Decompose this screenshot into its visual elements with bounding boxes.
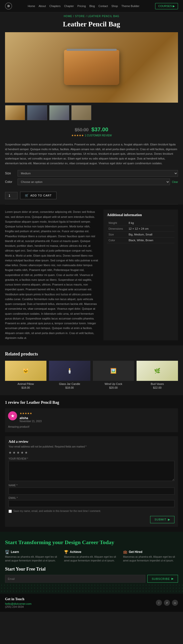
- size-select[interactable]: Medium Small Big: [18, 170, 178, 177]
- thumbnail-4[interactable]: [71, 105, 91, 120]
- nav-chapters[interactable]: Chapters: [49, 5, 61, 8]
- add-to-cart-button[interactable]: 🛒 ADD TO CART: [20, 192, 56, 199]
- name-group: NAME *: [9, 484, 174, 495]
- subscribe-arrow-icon: ▶: [171, 577, 174, 580]
- checkbox-label: Save my name, email, and website in this…: [13, 509, 101, 513]
- nav-shop[interactable]: Shop: [111, 5, 118, 8]
- thumbnail-1[interactable]: [5, 105, 25, 120]
- stars-display: ★★★★★: [71, 134, 84, 137]
- rating-star-2[interactable]: ★: [13, 451, 16, 455]
- reviewer-avatar: ★: [8, 411, 17, 420]
- related-img-3: 🖼️: [93, 361, 134, 381]
- nav-theme-builder[interactable]: Theme Builder: [121, 5, 140, 8]
- nav-blog[interactable]: Blog: [89, 5, 95, 8]
- related-item-1[interactable]: 🐱 Animal Pillow $18.00: [5, 361, 46, 389]
- rating-stars-input: ★ ★ ★ ★ ★: [9, 451, 174, 455]
- learn-icon: 🖥️: [5, 550, 9, 554]
- review-date: November 21, 2023: [20, 420, 42, 423]
- nav-about[interactable]: About: [39, 5, 46, 8]
- color-select[interactable]: Choose an option Black White Brown: [18, 179, 170, 185]
- rating-star-1[interactable]: ★: [9, 451, 12, 455]
- info-label-size: Size: [107, 232, 127, 237]
- footer-email: hello@divicorner.com: [5, 602, 31, 605]
- review-section: 1 review for Leather Pencil Bag ★ ★★★★★ …: [0, 395, 183, 532]
- related-name-4: Bud Vases: [137, 382, 178, 385]
- color-label: Color: [5, 180, 18, 184]
- rating-star-4[interactable]: ★: [21, 451, 24, 455]
- size-label: Size: [5, 172, 18, 175]
- email-group: EMAIL *: [9, 497, 174, 507]
- info-value-dimensions: 12 × 12 × 24 cm: [127, 226, 174, 232]
- cart-icon: 🛒: [25, 194, 29, 197]
- free-trial-title: Start Your Free Trial: [5, 567, 178, 572]
- thumbnail-2[interactable]: [27, 105, 47, 120]
- clear-link[interactable]: Clear: [172, 181, 178, 183]
- achieve-icon: 🏆: [64, 550, 68, 554]
- info-table: Weight 8 kg Dimensions 12 × 12 × 24 cm S…: [107, 220, 174, 243]
- save-info-checkbox[interactable]: [9, 510, 12, 513]
- add-review-form: Add a review Your email address will not…: [5, 436, 178, 527]
- twitter-icon[interactable]: ✗: [164, 600, 170, 606]
- related-item-2[interactable]: 🕯️ Glass Jar Candle $18.00: [49, 361, 90, 389]
- nav-home[interactable]: Home: [28, 5, 35, 8]
- related-img-2: 🕯️: [49, 361, 90, 381]
- long-description: Lorem ipsum dolor sit amet, consectetur …: [5, 210, 99, 340]
- review-section-title: 1 review for Leather Pencil Bag: [5, 400, 178, 405]
- email-subscribe-row: SUBSCRIBE ▶: [5, 575, 178, 583]
- page-title: Leather Pencil Bag: [0, 20, 183, 32]
- submit-button[interactable]: SUBMIT ▶: [150, 516, 174, 523]
- cta-dots-decoration: [0, 584, 183, 594]
- description: Suspendisse sagittis lorem accumsan plac…: [0, 140, 183, 168]
- info-row-color: Color Black, White, Brown: [107, 237, 174, 243]
- your-review-group: YOUR REVIEW *: [9, 457, 174, 482]
- related-item-4[interactable]: 🌿 Bud Vases $22.00: [137, 361, 178, 389]
- related-item-3[interactable]: 🖼️ Wind Up Cock $20.00: [93, 361, 134, 389]
- rating-star-5[interactable]: ★: [25, 451, 28, 455]
- related-price-2: $18.00: [49, 386, 90, 389]
- nav-contact[interactable]: Contact: [98, 5, 108, 8]
- footer-contact-title: Get in Touch: [5, 597, 31, 601]
- your-review-label: YOUR REVIEW *: [9, 457, 174, 460]
- thumbnail-3[interactable]: [49, 105, 69, 120]
- review-count: 1 CUSTOMER REVIEW: [85, 134, 112, 137]
- info-value-weight: 8 kg: [127, 220, 174, 226]
- cta-hired-title: 💼 Get Hired: [123, 550, 178, 554]
- rating-star-3[interactable]: ★: [17, 451, 20, 455]
- add-to-cart-row: 🛒 ADD TO CART: [0, 189, 183, 204]
- footer-socials: f ✗ in: [156, 600, 178, 606]
- info-row-weight: Weight 8 kg: [107, 220, 174, 226]
- linkedin-icon[interactable]: in: [172, 600, 178, 606]
- facebook-icon[interactable]: f: [156, 600, 162, 606]
- navbar: D Home About Chapters Chapter Pricing Bl…: [0, 0, 183, 12]
- quantity-input[interactable]: [5, 192, 18, 199]
- review-card-1: ★ ★★★★★ alisha November 21, 2023 Amazing…: [5, 408, 178, 432]
- cta-achieve-title: 🏆 Achieve: [64, 550, 119, 554]
- email-input[interactable]: [9, 500, 174, 507]
- related-grid: 🐱 Animal Pillow $18.00 🕯️ Glass Jar Cand…: [5, 361, 178, 389]
- size-option-row: Size Medium Small Big: [5, 170, 178, 177]
- cta-section: Start Transforming your Design Career To…: [0, 532, 183, 594]
- nav-chapter[interactable]: Chapter: [64, 5, 74, 8]
- review-body: Amazing product!: [8, 425, 175, 429]
- related-img-1: 🐱: [5, 361, 46, 381]
- info-label-weight: Weight: [107, 220, 127, 226]
- subscribe-button[interactable]: SUBSCRIBE ▶: [147, 575, 178, 583]
- footer-contact: Get in Touch hello@divicorner.com (255) …: [5, 597, 31, 608]
- color-option-row: Color Choose an option Black White Brown…: [5, 179, 178, 185]
- review-stars: ★★★★★: [20, 411, 42, 415]
- cta-learn-text: Maecenas ac pharetra elit. Aliquam eget …: [5, 555, 60, 562]
- reviewer-info: ★★★★★ alisha November 21, 2023: [20, 411, 42, 423]
- bag-shape: [64, 50, 119, 85]
- breadcrumb: HOME / STORE / LEATHER PENCIL BAG: [0, 12, 183, 20]
- your-review-textarea[interactable]: [9, 461, 174, 481]
- courses-button[interactable]: COURSES ▶: [155, 3, 178, 9]
- subscribe-email-input[interactable]: [5, 575, 145, 583]
- name-input[interactable]: [9, 488, 174, 495]
- add-review-subtitle: Your email address will not be published…: [9, 445, 174, 448]
- cta-icons-row: 🖥️ Learn Maecenas ac pharetra elit. Aliq…: [5, 550, 178, 562]
- related-section: Related products 🐱 Animal Pillow $18.00 …: [0, 345, 183, 395]
- nav-pricing[interactable]: Pricing: [77, 5, 86, 8]
- related-price-1: $18.00: [5, 386, 46, 389]
- pricing-section: $50.00 $37.00 ★★★★★ 1 CUSTOMER REVIEW: [0, 123, 183, 140]
- navbar-logo[interactable]: D: [5, 3, 12, 10]
